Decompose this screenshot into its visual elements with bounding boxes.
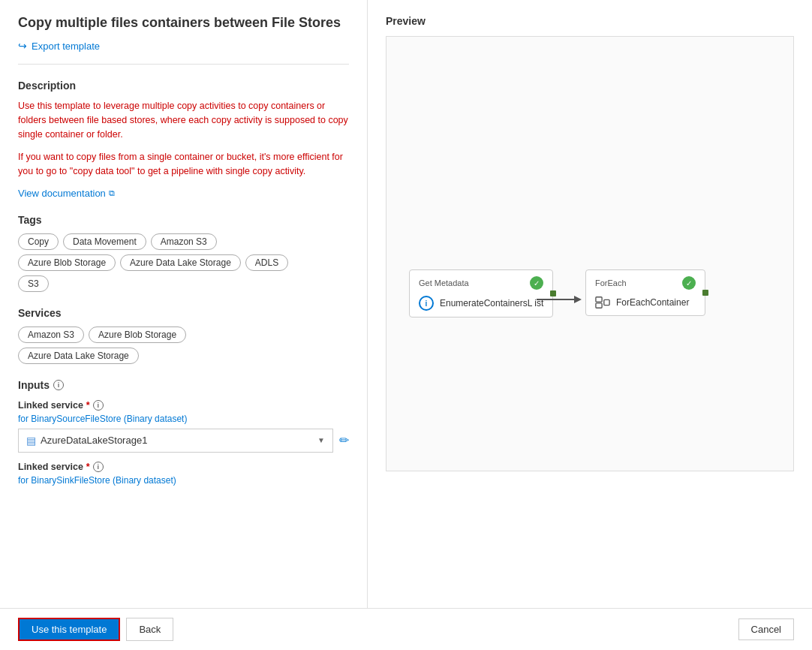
tag-azure-blob: Azure Blob Storage [18, 254, 116, 271]
services-section: Services Amazon S3 Azure Blob Storage Az… [18, 307, 349, 364]
preview-canvas: Get Metadata ✓ i EnumerateContainersL is… [386, 36, 794, 471]
tags-row-1: Copy Data Movement Amazon S3 [18, 233, 349, 250]
service-azure-data-lake: Azure Data Lake Storage [18, 348, 139, 364]
dropdown-arrow-1: ▼ [317, 436, 325, 444]
connector-svg [537, 292, 582, 307]
edit-linked-service-1-icon[interactable]: ✏ [339, 433, 349, 447]
tags-title: Tags [18, 214, 349, 226]
get-metadata-node: Get Metadata ✓ i EnumerateContainersL is… [409, 269, 553, 317]
svg-rect-4 [604, 299, 609, 305]
tags-row-2: Azure Blob Storage Azure Data Lake Stora… [18, 254, 349, 271]
export-arrow-icon: ↪ [18, 40, 27, 52]
right-panel: Preview Get Metadata ✓ i EnumerateContai… [368, 0, 812, 608]
linked-service-1-label: Linked service * i [18, 400, 349, 411]
linked-service-2-label: Linked service * i [18, 462, 349, 472]
tag-copy: Copy [18, 233, 59, 250]
foreach-icon [595, 296, 610, 309]
description-title: Description [18, 80, 349, 92]
use-template-button[interactable]: Use this template [18, 618, 120, 641]
footer: Use this template Back Cancel [0, 608, 812, 650]
tag-azure-data-lake: Azure Data Lake Storage [120, 254, 241, 271]
linked-service-2-sublabel: for BinarySinkFileStore (Binary dataset) [18, 475, 349, 486]
page-title: Copy multiple files containers between F… [18, 15, 349, 31]
svg-rect-3 [596, 303, 602, 308]
left-panel: Copy multiple files containers between F… [0, 0, 368, 608]
foreach-body: ForEachContainer [595, 296, 696, 309]
tag-amazon-s3: Amazon S3 [151, 233, 217, 250]
info-circle-icon: i [419, 296, 434, 311]
export-link-label: Export template [32, 41, 100, 52]
get-metadata-body: i EnumerateContainersL ist [419, 296, 543, 311]
linked-service-1-dropdown[interactable]: ▤ AzureDataLakeStorage1 ▼ [18, 429, 333, 453]
get-metadata-label: EnumerateContainersL ist [440, 298, 543, 308]
service-azure-blob: Azure Blob Storage [89, 327, 186, 343]
linked-service-2-info-icon[interactable]: i [93, 462, 104, 472]
description-text-2: If you want to copy files from a single … [18, 150, 349, 179]
get-metadata-success-icon: ✓ [530, 276, 543, 290]
tag-data-movement: Data Movement [63, 233, 146, 250]
foreach-header: ForEach ✓ [595, 276, 696, 290]
footer-left: Use this template Back [18, 618, 173, 641]
back-button[interactable]: Back [126, 618, 173, 641]
preview-title: Preview [386, 15, 794, 27]
linked-service-1-value: AzureDataLakeStorage1 [41, 435, 147, 446]
get-metadata-header: Get Metadata ✓ [419, 276, 543, 290]
description-text-1: Use this template to leverage multiple c… [18, 99, 349, 141]
foreach-output-handle [702, 290, 708, 296]
storage-icon: ▤ [26, 435, 36, 447]
export-template-link[interactable]: ↪ Export template [18, 40, 349, 52]
services-title: Services [18, 307, 349, 319]
linked-service-1-info-icon[interactable]: i [93, 400, 104, 411]
foreach-success-icon: ✓ [682, 276, 696, 290]
inputs-title: Inputs i [18, 379, 349, 391]
divider [18, 64, 349, 65]
inputs-label: Inputs [18, 379, 50, 391]
linked-service-1-sublabel: for BinarySourceFileStore (Binary datase… [18, 414, 349, 424]
required-marker-1: * [86, 400, 90, 411]
tags-row-3: S3 [18, 275, 349, 292]
view-documentation-link[interactable]: View documentation ⧉ [18, 188, 115, 199]
linked-service-1-row: ▤ AzureDataLakeStorage1 ▼ ✏ [18, 429, 349, 453]
service-amazon-s3: Amazon S3 [18, 327, 84, 343]
view-doc-label: View documentation [18, 188, 106, 199]
svg-marker-1 [574, 296, 582, 303]
required-marker-2: * [86, 462, 90, 472]
tag-s3: S3 [18, 275, 49, 292]
cancel-button[interactable]: Cancel [738, 618, 794, 640]
services-row-1: Amazon S3 Azure Blob Storage [18, 327, 349, 343]
svg-rect-2 [596, 297, 602, 302]
tags-section: Tags Copy Data Movement Amazon S3 Azure … [18, 214, 349, 292]
foreach-node: ForEach ✓ ForEachContainer [585, 269, 705, 316]
inputs-section: Inputs i Linked service * i for BinarySo… [18, 379, 349, 486]
inputs-info-icon[interactable]: i [53, 380, 64, 390]
foreach-label: ForEachContainer [616, 297, 689, 308]
services-row-2: Azure Data Lake Storage [18, 348, 349, 364]
external-link-icon: ⧉ [109, 188, 115, 198]
tag-adls: ADLS [245, 254, 288, 271]
